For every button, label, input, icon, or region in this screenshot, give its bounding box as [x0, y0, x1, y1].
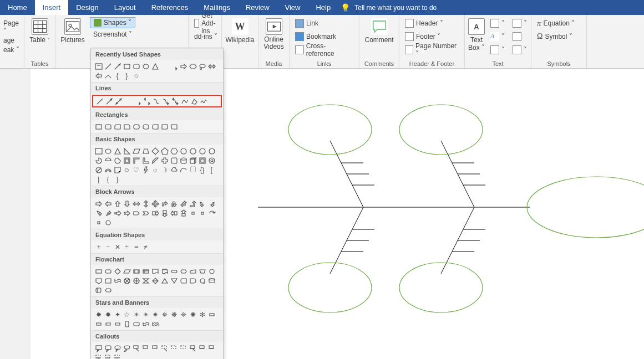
- basic-double-brace[interactable]: {}: [198, 166, 206, 174]
- bookmark-button[interactable]: Bookmark: [293, 30, 356, 43]
- shape-right-brace[interactable]: }: [123, 71, 131, 80]
- equation-button[interactable]: πEquation ˅: [535, 17, 577, 29]
- callout-accent3[interactable]: [113, 353, 121, 359]
- basic-bevel[interactable]: [198, 156, 206, 165]
- basic-right-brace[interactable]: }: [113, 175, 121, 183]
- fc-predef[interactable]: [132, 267, 140, 275]
- online-videos-button[interactable]: Online Videos: [262, 17, 286, 50]
- fc-junction[interactable]: [123, 276, 131, 285]
- ribbon-curved-down[interactable]: [113, 320, 121, 328]
- shapes-button[interactable]: Shapes ˅: [90, 17, 135, 28]
- basic-dodecagon[interactable]: [207, 147, 216, 155]
- arrow-callout-leftright[interactable]: [189, 209, 197, 217]
- fc-direct[interactable]: [94, 286, 103, 294]
- callout-border2[interactable]: [198, 344, 206, 352]
- rect-1[interactable]: [94, 122, 103, 131]
- ribbon-down[interactable]: [94, 320, 103, 328]
- callout-accent1[interactable]: [94, 353, 103, 359]
- fc-merge[interactable]: [170, 276, 178, 285]
- eq-divide[interactable]: ÷: [123, 243, 131, 251]
- rect-7[interactable]: [151, 122, 159, 131]
- curved-arrow-connector[interactable]: [161, 97, 170, 105]
- cross-reference-button[interactable]: Cross-reference: [293, 44, 356, 56]
- fc-process[interactable]: [94, 267, 103, 275]
- basic-right-bracket[interactable]: ]: [94, 175, 103, 183]
- fc-card[interactable]: [104, 276, 112, 285]
- basic-heart[interactable]: ♡: [132, 166, 140, 174]
- star-10pt[interactable]: ✵: [160, 310, 169, 319]
- shape-left-brace[interactable]: {: [113, 71, 121, 80]
- basic-right-triangle[interactable]: [123, 147, 131, 155]
- basic-diamond[interactable]: [151, 147, 159, 155]
- arrow-curved-down[interactable]: [94, 209, 103, 217]
- arrow-notched[interactable]: [123, 209, 131, 217]
- symbol-button[interactable]: ΩSymbol ˅: [535, 30, 577, 43]
- eq-equal[interactable]: ＝: [132, 243, 140, 251]
- basic-teardrop[interactable]: [113, 156, 121, 165]
- basic-plus[interactable]: [160, 156, 169, 165]
- fc-offpage[interactable]: [94, 276, 103, 285]
- basic-donut[interactable]: [207, 156, 216, 165]
- fc-sort[interactable]: [151, 276, 159, 285]
- line-arrow[interactable]: [105, 97, 113, 105]
- rect-4[interactable]: [123, 122, 131, 131]
- tab-layout[interactable]: Layout: [107, 0, 144, 15]
- star-4pt[interactable]: ✦: [113, 310, 121, 319]
- arrow-right[interactable]: [94, 199, 103, 208]
- footer-button[interactable]: Footer ˅: [403, 30, 461, 43]
- tell-me-input[interactable]: Tell me what you want to do: [354, 4, 437, 12]
- basic-oval[interactable]: [104, 147, 112, 155]
- signature-line-button[interactable]: ˅: [510, 17, 529, 29]
- basic-double-bracket[interactable]: 〔〕: [189, 166, 197, 174]
- basic-no-symbol[interactable]: [94, 166, 103, 174]
- arrow-callout-quad[interactable]: [198, 209, 206, 217]
- basic-sun[interactable]: ☼: [151, 166, 159, 174]
- fc-stored[interactable]: [179, 276, 187, 285]
- rect-8[interactable]: [160, 122, 169, 131]
- page-number-button[interactable]: Page Number ˅: [403, 44, 461, 56]
- arrow-uturn[interactable]: [170, 199, 178, 208]
- text-box-button[interactable]: A Text Box ˅: [468, 17, 485, 52]
- basic-heptagon[interactable]: [179, 147, 187, 155]
- line-plain[interactable]: [95, 97, 104, 105]
- header-button[interactable]: Header ˅: [403, 17, 461, 29]
- basic-octagon[interactable]: [189, 147, 197, 155]
- shape-cloud-callout[interactable]: [198, 62, 206, 70]
- basic-l-shape[interactable]: [141, 156, 150, 165]
- arrow-callout-down[interactable]: [160, 209, 169, 217]
- star-12pt[interactable]: ❋: [170, 310, 178, 319]
- arrow-curved-left[interactable]: [207, 199, 216, 208]
- shape-leftright-arrow[interactable]: [207, 62, 216, 70]
- curved-connector[interactable]: [152, 97, 160, 105]
- arrow-curved-right[interactable]: [198, 199, 206, 208]
- arrow-left[interactable]: [104, 199, 112, 208]
- arrow-updown[interactable]: [141, 199, 150, 208]
- callout-line2[interactable]: [141, 344, 150, 352]
- my-addins-button[interactable]: dd-ins ˅: [192, 30, 221, 43]
- shape-right-arrow[interactable]: [179, 62, 187, 70]
- scribble-tool[interactable]: [199, 97, 207, 105]
- shape-line[interactable]: [104, 62, 112, 70]
- fc-delay[interactable]: [189, 276, 197, 285]
- callout-rect[interactable]: [94, 344, 103, 352]
- fc-disk[interactable]: [207, 276, 216, 285]
- arrow-bent[interactable]: [160, 199, 169, 208]
- star-24pt[interactable]: ✺: [189, 310, 197, 319]
- star-explosion1[interactable]: ✸: [94, 310, 103, 319]
- basic-half-frame[interactable]: [132, 156, 140, 165]
- star-5pt[interactable]: ☆: [123, 310, 131, 319]
- rect-5[interactable]: [132, 122, 140, 131]
- callout-oval[interactable]: [113, 344, 121, 352]
- basic-pentagon[interactable]: [160, 147, 169, 155]
- arrow-callout-up[interactable]: [179, 209, 187, 217]
- rect-3[interactable]: [113, 122, 121, 131]
- basic-decagon[interactable]: [198, 147, 206, 155]
- basic-textbox[interactable]: [94, 147, 103, 155]
- basic-triangle[interactable]: [113, 147, 121, 155]
- arrow-callout-left[interactable]: [170, 209, 178, 217]
- comment-button[interactable]: Comment: [366, 17, 393, 44]
- dropcap-button[interactable]: ˅: [488, 44, 507, 56]
- star-explosion2[interactable]: ✹: [104, 310, 112, 319]
- arrow-circular[interactable]: [207, 209, 216, 217]
- basic-plaque[interactable]: [170, 156, 178, 165]
